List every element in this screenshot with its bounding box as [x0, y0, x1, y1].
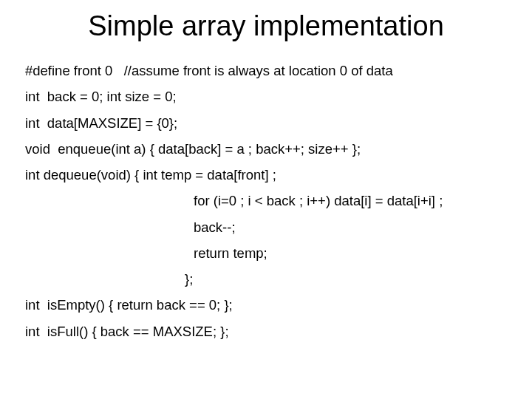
slide-title: Simple array implementation — [0, 10, 532, 42]
code-line: int data[MAXSIZE] = {0}; — [25, 115, 507, 131]
code-line: int isFull() { back == MAXSIZE; }; — [25, 324, 507, 339]
code-line: for (i=0 ; i < back ; i++) data[i] = dat… — [25, 193, 507, 208]
code-line: #define front 0 //assume front is always… — [25, 63, 507, 78]
slide: Simple array implementation #define fron… — [0, 10, 532, 399]
code-block: #define front 0 //assume front is always… — [0, 63, 532, 339]
code-line: back--; — [25, 219, 507, 235]
code-line: void enqueue(int a) { data[back] = a ; b… — [25, 141, 507, 157]
code-line: int back = 0; int size = 0; — [25, 89, 507, 104]
code-line: int dequeue(void) { int temp = data[fron… — [25, 167, 507, 183]
code-line: int isEmpty() { return back == 0; }; — [25, 297, 507, 313]
code-line: return temp; — [25, 245, 507, 261]
code-line: }; — [25, 271, 507, 287]
